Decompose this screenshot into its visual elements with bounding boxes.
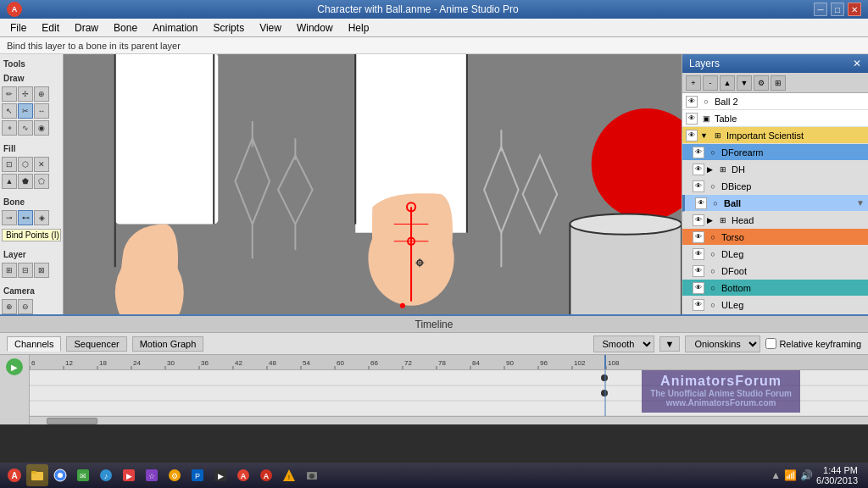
layer-visibility[interactable]: 👁 xyxy=(693,299,704,311)
menu-window[interactable]: Window xyxy=(290,20,340,36)
tab-sequencer[interactable]: Sequencer xyxy=(66,336,126,352)
taskbar-camera-icon[interactable] xyxy=(301,464,323,486)
sound-icon[interactable]: 🔊 xyxy=(800,469,813,481)
smooth-dropdown[interactable]: Smooth Linear Step xyxy=(593,336,654,352)
draw-tool-8[interactable]: ∿ xyxy=(18,120,33,136)
taskbar-app3-icon[interactable]: ▶ xyxy=(118,464,140,486)
layers-close-btn[interactable]: ✕ xyxy=(853,58,861,69)
layer-item[interactable]: 👁 ○ ULeg xyxy=(682,297,868,313)
fill-tool-2[interactable]: ⬡ xyxy=(18,157,33,172)
taskbar-app5-icon[interactable]: ⚙ xyxy=(164,464,186,486)
menu-file[interactable]: File xyxy=(3,20,33,36)
menu-bone[interactable]: Bone xyxy=(107,20,144,36)
layer-item[interactable]: 👁 ▶ ⊞ Head xyxy=(682,212,868,229)
layer-item[interactable]: 👁 ○ Ball 2 xyxy=(682,93,868,110)
smooth-options-btn[interactable]: ▼ xyxy=(659,336,681,352)
layer-tool-3[interactable]: ⊠ xyxy=(34,263,49,278)
svg-rect-36 xyxy=(570,225,682,314)
layer-tool-1[interactable]: ⊞ xyxy=(2,263,17,278)
layer-visibility[interactable]: 👁 xyxy=(686,130,698,141)
maximize-button[interactable]: □ xyxy=(831,3,844,16)
svg-text:6: 6 xyxy=(31,359,36,367)
draw-tool-7[interactable]: ⌖ xyxy=(2,120,17,136)
layer-item[interactable]: 👁 ○ Torso xyxy=(682,229,868,246)
layer-move-down-btn[interactable]: ▼ xyxy=(737,75,752,91)
layer-item[interactable]: 👁 ▶ ⊞ DH xyxy=(682,161,868,178)
bone-tool-1[interactable]: ⊸ xyxy=(2,210,17,225)
layer-item[interactable]: 👁 ○ UFoot xyxy=(682,313,868,314)
menu-view[interactable]: View xyxy=(253,20,288,36)
draw-tool-5[interactable]: ✂ xyxy=(18,103,33,119)
taskbar-app1-icon[interactable]: ✉ xyxy=(72,464,94,486)
layer-visibility[interactable]: 👁 xyxy=(693,265,704,277)
tab-channels[interactable]: Channels xyxy=(7,336,61,352)
start-button[interactable]: A xyxy=(3,464,25,486)
layer-visibility[interactable]: 👁 xyxy=(693,180,704,192)
layer-visibility[interactable]: 👁 xyxy=(686,96,698,108)
layer-item-ball[interactable]: 👁 ○ Ball ▼ xyxy=(682,195,868,212)
layer-visibility[interactable]: 👁 xyxy=(693,248,704,260)
close-button[interactable]: ✕ xyxy=(848,3,861,16)
menu-scripts[interactable]: Scripts xyxy=(206,20,251,36)
bone-tool-2[interactable]: ⊷ xyxy=(18,210,33,225)
draw-tool-3[interactable]: ⊕ xyxy=(34,86,49,102)
layer-visibility[interactable]: 👁 xyxy=(695,197,707,209)
layer-visibility[interactable]: 👁 xyxy=(686,113,698,125)
taskbar-as-icon[interactable]: A xyxy=(232,464,254,486)
layer-item[interactable]: 👁 ▣ Table xyxy=(682,110,868,127)
onionskins-dropdown[interactable]: Onionskins xyxy=(685,336,760,352)
draw-tool-2[interactable]: ✢ xyxy=(18,86,33,102)
layer-visibility[interactable]: 👁 xyxy=(693,164,704,175)
tab-motion-graph[interactable]: Motion Graph xyxy=(132,336,204,352)
play-button[interactable]: ▶ xyxy=(6,358,23,375)
layer-type-icon: ○ xyxy=(707,299,719,311)
layer-item[interactable]: 👁 ○ DBicep xyxy=(682,178,868,195)
layer-add-btn[interactable]: + xyxy=(686,75,701,91)
layer-duplicate-btn[interactable]: ⊞ xyxy=(771,75,786,91)
camera-tool-2[interactable]: ⊖ xyxy=(18,299,33,314)
layer-visibility[interactable]: 👁 xyxy=(693,231,704,243)
fill-tool-1[interactable]: ⊡ xyxy=(2,157,17,172)
layer-item[interactable]: 👁 ○ DForearm xyxy=(682,144,868,161)
taskbar-app4-icon[interactable]: ☆ xyxy=(141,464,163,486)
taskbar-app6-icon[interactable]: P xyxy=(186,464,209,486)
menu-animation[interactable]: Animation xyxy=(146,20,204,36)
draw-tool-9[interactable]: ◉ xyxy=(34,120,49,136)
draw-tool-6[interactable]: ↔ xyxy=(34,103,49,119)
menu-draw[interactable]: Draw xyxy=(68,20,105,36)
taskbar-chrome-icon[interactable] xyxy=(49,464,71,486)
layer-visibility[interactable]: 👁 xyxy=(693,147,704,158)
fill-tool-5[interactable]: ⬟ xyxy=(18,174,33,189)
fill-tool-4[interactable]: ▲ xyxy=(2,174,17,189)
draw-tool-1[interactable]: ✏ xyxy=(2,86,17,102)
minimize-button[interactable]: ─ xyxy=(814,3,827,16)
menu-edit[interactable]: Edit xyxy=(35,20,66,36)
layer-item[interactable]: 👁 ○ Bottom xyxy=(682,280,868,297)
taskbar-app7-icon[interactable]: ▶ xyxy=(209,464,231,486)
relative-keyframing-checkbox[interactable] xyxy=(765,338,776,349)
camera-tool-1[interactable]: ⊕ xyxy=(2,299,17,314)
layer-visibility[interactable]: 👁 xyxy=(693,282,704,294)
menu-help[interactable]: Help xyxy=(342,20,376,36)
layer-item[interactable]: 👁 ○ DLeg xyxy=(682,246,868,263)
taskbar-app2-icon[interactable]: ♪ xyxy=(95,464,117,486)
layer-delete-btn[interactable]: - xyxy=(703,75,718,91)
layer-type-icon: ○ xyxy=(707,282,719,294)
layer-item[interactable]: 👁 ▼ ⊞ Important Scientist xyxy=(682,127,868,144)
timeline-scrollbar[interactable] xyxy=(30,416,868,424)
taskbar-as2-icon[interactable]: A xyxy=(255,464,277,486)
taskbar-cone-icon[interactable]: ! xyxy=(278,464,300,486)
tray-icon1[interactable]: ▲ xyxy=(771,469,781,481)
canvas-area[interactable] xyxy=(64,54,682,314)
layer-tool-2[interactable]: ⊟ xyxy=(18,263,33,278)
fill-tool-6[interactable]: ⬠ xyxy=(34,174,49,189)
network-icon[interactable]: 📶 xyxy=(784,469,797,481)
taskbar-folder-icon[interactable] xyxy=(26,464,48,486)
layer-settings-btn[interactable]: ⚙ xyxy=(754,75,769,91)
bone-tool-3[interactable]: ◈ xyxy=(34,210,49,225)
layer-visibility[interactable]: 👁 xyxy=(693,214,704,226)
layer-move-up-btn[interactable]: ▲ xyxy=(720,75,735,91)
fill-tool-3[interactable]: ✕ xyxy=(34,157,49,172)
layer-item[interactable]: 👁 ○ DFoot xyxy=(682,263,868,280)
draw-tool-4[interactable]: ↖ xyxy=(2,103,17,119)
